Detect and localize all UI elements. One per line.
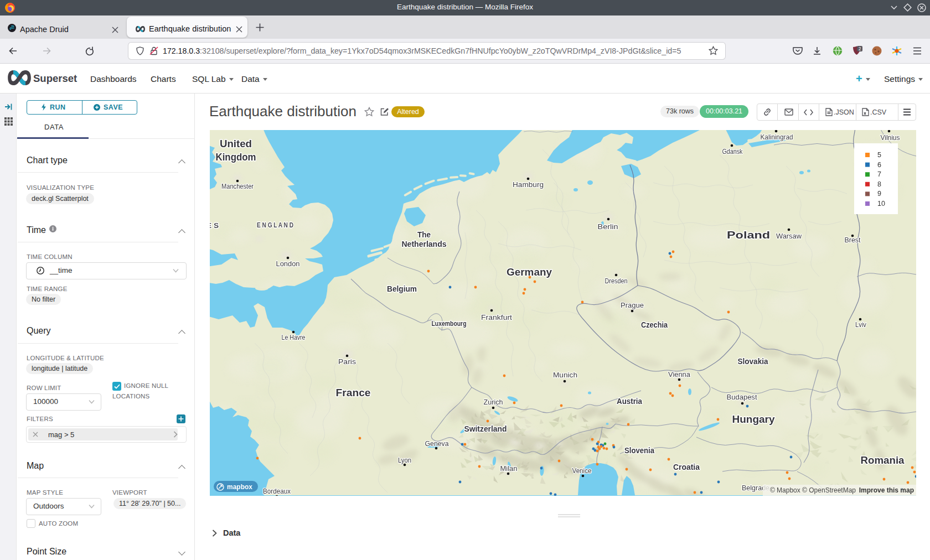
svg-text:Croatia: Croatia — [673, 463, 700, 471]
svg-text:7: 7 — [877, 170, 881, 178]
svg-text:Czechia: Czechia — [641, 320, 668, 329]
svg-text:Austria: Austria — [617, 397, 643, 406]
svg-text:Netherlands: Netherlands — [402, 240, 447, 248]
svg-text:Zurich: Zurich — [484, 398, 503, 406]
svg-text:Vienna: Vienna — [668, 370, 690, 378]
svg-text:Budapest: Budapest — [727, 393, 757, 401]
svg-text:10: 10 — [877, 200, 885, 208]
svg-text:Berlin: Berlin — [598, 222, 618, 231]
svg-text:E S: E S — [210, 222, 219, 230]
svg-text:France: France — [336, 387, 371, 398]
svg-text:Milan: Milan — [500, 465, 518, 473]
svg-text:Gdansk: Gdansk — [722, 148, 743, 155]
svg-text:Romania: Romania — [861, 455, 905, 466]
svg-text:Vilnius: Vilnius — [881, 134, 900, 142]
svg-text:Prague: Prague — [621, 301, 644, 309]
svg-text:Lyon: Lyon — [398, 457, 411, 464]
svg-text:Paris: Paris — [338, 357, 356, 366]
svg-text:mapbox: mapbox — [227, 483, 252, 491]
svg-text:Belgium: Belgium — [387, 284, 417, 293]
svg-text:Geneva: Geneva — [425, 440, 449, 448]
svg-text:Frankfurt: Frankfurt — [481, 313, 512, 322]
svg-text:Hamburg: Hamburg — [513, 180, 544, 189]
svg-text:6: 6 — [877, 161, 881, 169]
svg-text:Poland: Poland — [727, 229, 770, 241]
svg-text:Kaliningrad: Kaliningrad — [761, 133, 793, 141]
svg-text:Bordeaux: Bordeaux — [263, 488, 291, 495]
svg-text:Warsaw: Warsaw — [776, 232, 802, 240]
svg-text:Dresden: Dresden — [605, 277, 628, 285]
svg-text:8: 8 — [877, 180, 881, 188]
svg-text:Slovakia: Slovakia — [738, 357, 769, 366]
svg-text:Brest: Brest — [845, 236, 861, 244]
svg-text:© Mapbox © OpenStreetMap: © Mapbox © OpenStreetMap — [770, 486, 856, 494]
svg-text:Munich: Munich — [553, 371, 577, 379]
svg-text:The: The — [417, 230, 431, 239]
svg-text:Lviv: Lviv — [855, 321, 867, 329]
svg-text:Venice: Venice — [572, 467, 592, 475]
svg-text:5: 5 — [877, 151, 881, 159]
svg-text:2: 2 — [859, 46, 861, 51]
svg-text:London: London — [276, 260, 300, 268]
svg-text:Manchester: Manchester — [221, 183, 254, 190]
svg-text:Luxembourg: Luxembourg — [432, 320, 467, 328]
svg-text:9: 9 — [877, 190, 881, 198]
svg-text:Improve this map: Improve this map — [859, 486, 914, 494]
svg-text:Switzerland: Switzerland — [464, 424, 507, 433]
svg-text:E N G L A N D: E N G L A N D — [257, 221, 293, 229]
svg-text:Le Havre: Le Havre — [282, 334, 306, 341]
svg-text:Slovenia: Slovenia — [624, 446, 655, 455]
svg-text:United: United — [220, 138, 252, 149]
svg-text:Kingdom: Kingdom — [216, 152, 256, 163]
svg-text:Hungary: Hungary — [732, 414, 775, 425]
